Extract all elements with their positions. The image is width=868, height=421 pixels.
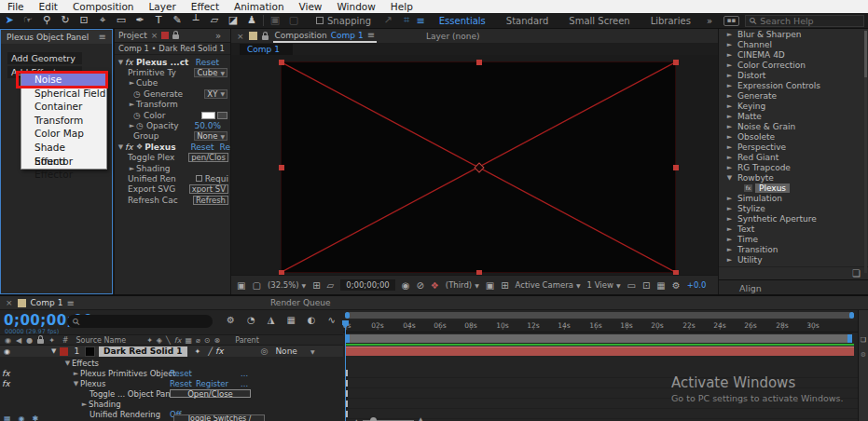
expand-arrow[interactable] <box>725 133 734 141</box>
expand-arrow[interactable] <box>725 61 734 69</box>
help-search[interactable]: ⚲ <box>745 15 864 27</box>
expand-arrow[interactable] <box>725 256 734 264</box>
effect-category[interactable]: Keying <box>719 101 868 111</box>
plexus-primitives-row[interactable]: fx Plexus Primitives Object Reset ... <box>0 368 343 378</box>
expand-arrow[interactable] <box>725 102 734 110</box>
snap-options-icon[interactable]: ↗ <box>379 13 397 28</box>
playhead[interactable] <box>345 320 346 421</box>
layer-quality-icon[interactable]: ✦ <box>195 347 201 356</box>
expand-arrow[interactable] <box>725 41 734 48</box>
expand-arrow[interactable] <box>128 79 136 87</box>
draft-3d-icon[interactable]: ◔ <box>247 315 255 325</box>
graph-editor-icon[interactable]: ∿ <box>328 315 336 325</box>
reset-link[interactable]: Reset <box>170 369 192 378</box>
layer-expand-arrow[interactable]: ▼ <box>51 347 56 355</box>
timeline-zoom-slider[interactable]: ▲ ▲ <box>354 415 424 421</box>
effect-category[interactable]: Red Giant <box>719 152 868 162</box>
expand-arrow[interactable] <box>72 370 80 377</box>
effect-category[interactable]: Noise & Grain <box>719 121 868 131</box>
layer-row-1[interactable]: ◉ ▼ 1 Dark Red Solid 1 ✦ ╱ fx ◎ None ▼ <box>0 346 343 357</box>
help-search-input[interactable] <box>760 16 853 26</box>
handle-mid-left[interactable] <box>279 165 284 170</box>
menu-item[interactable]: Animation <box>227 0 292 13</box>
effect-category[interactable]: Simulation <box>719 193 868 203</box>
align-panel-header[interactable]: Align <box>719 279 868 294</box>
expand-arrow[interactable] <box>72 380 80 387</box>
tab-render-queue[interactable]: Render Queue <box>270 298 330 307</box>
effect-category[interactable]: Text <box>719 224 868 234</box>
toggle-switches-modes-button[interactable]: Toggle Switches / Modes <box>173 414 265 421</box>
panel-menu-icon[interactable]: ≡ <box>367 30 375 40</box>
expand-arrow[interactable] <box>128 101 136 108</box>
puppet-pin-tool[interactable]: ♟ <box>242 13 261 28</box>
resolution-dropdown[interactable]: (Third)▼ <box>446 280 479 290</box>
stopwatch-icon[interactable]: ◷ <box>136 121 146 130</box>
expand-arrow[interactable] <box>63 360 72 367</box>
expand-arrow[interactable] <box>725 195 734 202</box>
effects-scrollbar[interactable] <box>864 31 867 273</box>
group-dropdown[interactable]: None▼ <box>194 131 227 141</box>
open-close-button[interactable]: pen/Clos <box>188 153 228 162</box>
expand-arrow[interactable] <box>725 154 734 161</box>
hand-tool[interactable]: ☞ <box>19 13 37 28</box>
menu-item[interactable]: Edit <box>32 0 65 13</box>
expand-arrow[interactable] <box>725 215 734 223</box>
layer-name[interactable]: Dark Red Solid 1 <box>99 346 186 357</box>
menu-option[interactable]: Container <box>21 100 106 114</box>
plexus-effect-row[interactable]: fx Plexus Reset Register ... <box>0 378 343 388</box>
panel-menu-icon[interactable]: ≡ <box>66 298 74 308</box>
expand-arrow[interactable] <box>725 113 734 120</box>
menu-option[interactable]: Sound Effector <box>21 155 106 169</box>
menu-item[interactable]: Composition <box>65 0 142 13</box>
menu-item[interactable]: Help <box>383 0 420 13</box>
close-icon[interactable]: × <box>6 298 13 307</box>
effects-group-row[interactable]: Effects <box>0 358 343 368</box>
register-link[interactable]: Re <box>220 143 230 152</box>
time-navigator-bar[interactable] <box>345 312 854 319</box>
zoom-slider-track[interactable] <box>363 420 414 421</box>
capture-icon[interactable]: ▪▪ <box>723 16 739 26</box>
timeline-search-input[interactable] <box>83 317 195 326</box>
expand-arrow[interactable] <box>117 59 125 66</box>
expand-arrow[interactable] <box>80 401 89 408</box>
channel-icon[interactable]: ❖ <box>431 280 439 291</box>
layer-color-swatch[interactable] <box>60 347 68 356</box>
magnification-icon[interactable]: ▢ <box>252 280 260 291</box>
roi-icon[interactable]: ⊞ <box>312 280 320 291</box>
menu-option[interactable]: Spherical Field <box>21 87 106 101</box>
eyedropper-icon[interactable] <box>217 112 227 119</box>
fast-preview-icon[interactable]: ▣ <box>486 280 494 291</box>
expand-arrow[interactable] <box>725 51 734 59</box>
effect-category[interactable]: Utility <box>719 254 868 265</box>
color-swatch[interactable] <box>201 112 215 119</box>
snapping-checkbox[interactable] <box>316 17 324 24</box>
expand-arrow[interactable] <box>725 164 734 171</box>
effect-category[interactable]: Rowbyte <box>719 172 868 183</box>
tab-timeline-comp1[interactable]: Comp 1 ≡ <box>31 298 75 308</box>
tab-project[interactable]: Project <box>118 31 147 40</box>
workspace-tab[interactable]: Standard <box>496 16 559 26</box>
eye-icon[interactable]: ◉ <box>4 347 10 356</box>
close-icon[interactable]: × <box>237 32 244 41</box>
menu-item[interactable]: Layer <box>142 0 184 13</box>
zoom-slider-handle[interactable] <box>370 417 377 421</box>
effect-category[interactable]: Matte <box>719 111 868 121</box>
navigator-end-handle[interactable] <box>849 312 854 319</box>
selection-tool[interactable]: ➤ <box>0 13 19 28</box>
tab-composition[interactable]: Composition Comp 1 ≡ <box>273 29 377 43</box>
grid-guides-icon[interactable]: ⌗ <box>397 13 416 28</box>
layer-fx-badge[interactable]: fx <box>215 346 224 356</box>
expand-arrow[interactable] <box>725 246 734 253</box>
expand-arrow[interactable] <box>725 72 734 79</box>
exposure-value[interactable]: +0.0 <box>687 280 707 290</box>
type-tool[interactable]: T <box>149 13 168 28</box>
zoom-tool[interactable]: ⚲ <box>37 13 56 28</box>
tab-layer[interactable]: Layer (none) <box>426 32 479 41</box>
clone-stamp-tool[interactable]: ┴ <box>186 13 205 28</box>
menu-option[interactable]: Noise <box>21 73 106 87</box>
lock-icon[interactable] <box>262 35 269 40</box>
menu-option[interactable]: Shade Effector <box>21 141 106 155</box>
snapping-toggle[interactable]: Snapping <box>316 16 371 26</box>
menu-item[interactable]: Effect <box>184 0 227 13</box>
stopwatch-icon[interactable]: ◷ <box>133 89 144 99</box>
